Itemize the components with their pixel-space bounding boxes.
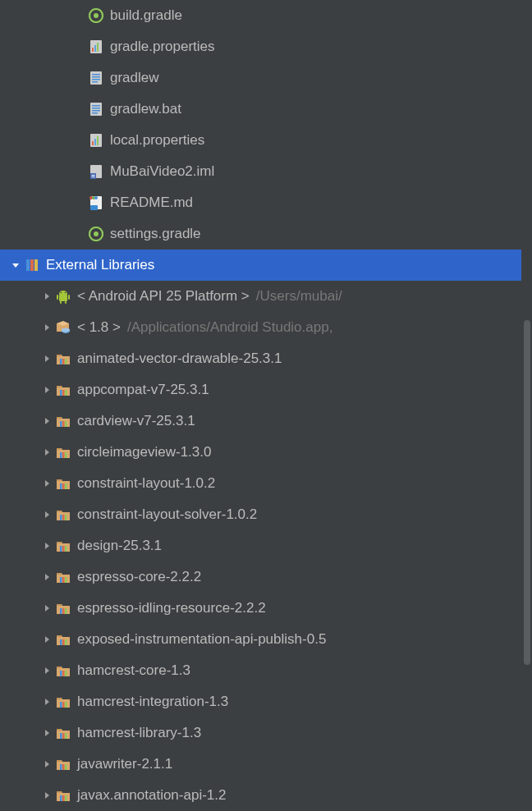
tree-row[interactable]: hamcrest-core-1.3 [0,655,532,686]
svg-point-36 [65,292,66,294]
expand-arrow-icon[interactable] [39,604,54,612]
tree-row[interactable]: espresso-core-2.2.2 [0,561,532,593]
svg-rect-71 [62,639,65,645]
svg-rect-54 [65,452,67,458]
tree-row[interactable]: gradle.properties [0,31,532,62]
tree-row[interactable]: README.md [0,187,532,218]
tree-row[interactable]: build.gradle [0,0,532,31]
tree-item-label: MuBaiVideo2.iml [110,163,214,180]
svg-rect-49 [60,421,62,427]
tree-row[interactable]: settings.gradle [0,218,532,250]
tree-row[interactable]: MuBaiVideo2.iml [0,156,532,187]
tree-row[interactable]: javax.annotation-api-1.2 [0,780,532,811]
tree-item-label: gradlew.bat [110,101,181,117]
tree-row[interactable]: External Libraries [0,250,521,281]
tree-row[interactable]: < 1.8 >/Applications/Android Studio.app, [0,312,532,343]
tree-row[interactable]: circleimageview-1.3.0 [0,437,532,468]
svg-rect-60 [65,515,67,520]
tree-row[interactable]: gradlew.bat [0,94,532,125]
expand-arrow-icon[interactable] [39,448,54,456]
svg-rect-80 [62,733,65,739]
libfolder-icon [54,443,72,461]
tree-row[interactable]: javawriter-2.1.1 [0,749,532,780]
expand-arrow-icon[interactable] [39,729,54,737]
tree-row[interactable]: design-25.3.1 [0,530,532,561]
tree-row[interactable]: hamcrest-integration-1.3 [0,686,532,717]
tree-row[interactable]: animated-vector-drawable-25.3.1 [0,343,532,374]
svg-rect-70 [60,639,62,645]
svg-rect-5 [97,43,99,52]
svg-point-1 [94,13,99,18]
svg-rect-68 [62,608,65,614]
libroot-icon [23,256,41,274]
tree-row[interactable]: espresso-idling-resource-2.2.2 [0,593,532,624]
svg-rect-38 [68,295,70,300]
svg-rect-12 [92,105,100,107]
expand-arrow-icon[interactable] [39,667,54,675]
tree-item-path: /Applications/Android Studio.app, [127,319,332,336]
svg-rect-8 [92,76,100,78]
libfolder-icon [54,474,72,493]
android-icon [54,287,72,305]
svg-rect-58 [60,515,62,520]
expand-arrow-icon[interactable] [39,698,54,706]
expand-arrow-icon[interactable] [39,323,54,332]
textfile-icon [87,69,105,87]
svg-rect-67 [60,608,62,614]
tree-item-label: gradle.properties [110,39,215,55]
svg-rect-23 [92,176,95,177]
svg-rect-45 [65,359,67,364]
gradle-icon [87,7,105,25]
tree-row[interactable]: appcompat-v7-25.3.1 [0,374,532,406]
tree-item-label: cardview-v7-25.3.1 [77,413,195,429]
tree-row[interactable]: constraint-layout-1.0.2 [0,468,532,499]
project-tree[interactable]: build.gradlegradle.propertiesgradlewgrad… [0,0,532,811]
svg-rect-79 [60,733,62,739]
svg-rect-33 [34,259,38,271]
tree-item-label: espresso-idling-resource-2.2.2 [77,600,266,616]
libfolder-icon [54,724,72,742]
tree-item-label: gradlew [110,70,159,86]
tree-item-label: < Android API 25 Platform > [77,288,250,305]
svg-rect-61 [60,546,62,552]
expand-arrow-icon[interactable] [39,542,54,550]
expand-arrow-icon[interactable] [39,791,54,800]
expand-arrow-icon[interactable] [39,479,54,488]
expand-arrow-icon[interactable] [39,417,54,425]
tree-row[interactable]: exposed-instrumentation-api-publish-0.5 [0,624,532,655]
expand-arrow-icon[interactable] [39,292,54,300]
tree-row[interactable]: constraint-layout-solver-1.0.2 [0,499,532,530]
svg-rect-82 [60,764,62,770]
tree-row[interactable]: cardview-v7-25.3.1 [0,406,532,437]
expand-arrow-icon[interactable] [39,511,54,519]
props-icon [87,38,105,56]
svg-rect-19 [97,136,99,145]
libfolder-icon [54,630,72,648]
expand-arrow-icon[interactable] [8,261,23,269]
svg-rect-9 [92,79,100,80]
expand-arrow-icon[interactable] [39,760,54,768]
tree-row[interactable]: hamcrest-library-1.3 [0,717,532,749]
svg-rect-40 [65,301,66,304]
svg-rect-6 [90,71,102,85]
svg-rect-78 [65,702,67,708]
tree-item-label: hamcrest-library-1.3 [77,725,201,741]
tree-item-label: build.gradle [110,7,182,24]
expand-arrow-icon[interactable] [39,635,54,644]
scrollbar[interactable] [524,320,530,665]
expand-arrow-icon[interactable] [39,355,54,363]
tree-row[interactable]: gradlew [0,62,532,94]
svg-rect-21 [90,173,96,179]
svg-rect-34 [59,295,67,301]
expand-arrow-icon[interactable] [39,386,54,394]
expand-arrow-icon[interactable] [39,573,54,581]
svg-rect-32 [30,259,34,271]
tree-row[interactable]: < Android API 25 Platform >/Users/mubai/ [0,281,532,312]
tree-item-label: README.md [110,195,193,211]
svg-rect-84 [65,764,67,770]
svg-point-30 [94,231,99,236]
svg-rect-47 [62,390,65,396]
libfolder-icon [54,786,72,804]
tree-row[interactable]: local.properties [0,125,532,156]
svg-rect-66 [65,577,67,583]
